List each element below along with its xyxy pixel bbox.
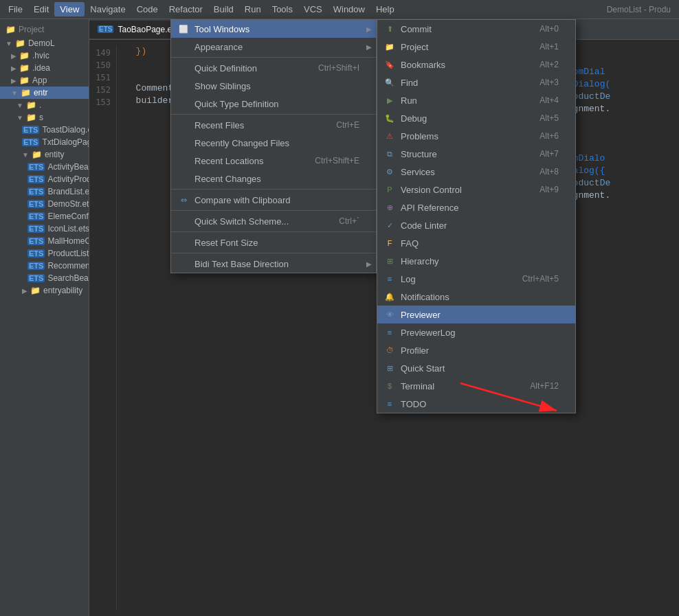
tree-item-productlist[interactable]: ETS ProductList.ets	[0, 247, 89, 260]
main-layout: 📁 Project ▼ 📁 DemoL ▶ 📁 .hvic ▶ 📁 .idea …	[0, 19, 679, 616]
tw-item-codelinter[interactable]: ✓ Code Linter	[377, 216, 575, 234]
folder-icon: 📁	[15, 38, 25, 48]
tree-item-entryability[interactable]: ▶ 📁 entryability	[0, 284, 89, 297]
menu-item-reset-font[interactable]: Reset Font Size	[171, 233, 376, 251]
menu-code[interactable]: Code	[131, 2, 164, 16]
expand-arrow: ▶	[22, 287, 27, 295]
tw-item-todo[interactable]: ≡ TODO	[377, 395, 575, 413]
menu-item-quick-type[interactable]: Quick Type Definition	[171, 95, 376, 113]
menu-build[interactable]: Build	[208, 2, 239, 16]
tree-item-recommendconfig[interactable]: ETS RecommendConfig.ets	[0, 260, 89, 272]
tw-item-log[interactable]: ≡ Log Ctrl+Alt+5	[377, 270, 575, 288]
line-number-150: 150	[89, 59, 111, 71]
tree-item-brandlist[interactable]: ETS BrandList.ets	[0, 185, 89, 198]
tw-item-run[interactable]: ▶ Run Alt+4	[377, 91, 575, 109]
file-icon: ETS	[27, 163, 45, 171]
menu-item-compare-clipboard[interactable]: ⇔ Compare with Clipboard	[171, 191, 376, 209]
tree-label: ProductList.ets	[47, 249, 89, 258]
shortcut-label: Ctrl+`	[322, 216, 359, 226]
shortcut-label: Alt+1	[523, 42, 559, 52]
menu-item-recently-changed[interactable]: Recently Changed Files	[171, 134, 376, 152]
tree-item-idea[interactable]: ▶ 📁 .idea	[0, 62, 89, 74]
tree-item-txtdialogpage[interactable]: ETS TxtDialogPage.ets	[0, 136, 89, 148]
tw-item-services[interactable]: ⚙ Services Alt+8	[377, 163, 575, 181]
tw-item-api[interactable]: ⊕ API Reference	[377, 198, 575, 216]
folder-icon: 📁	[30, 286, 41, 295]
tw-item-notifications[interactable]: 🔔 Notifications	[377, 288, 575, 306]
tree-item-iconlist[interactable]: ETS IconList.ets	[0, 223, 89, 235]
tw-item-quickstart[interactable]: ⊞ Quick Start	[377, 359, 575, 377]
tree-item-toastdialog[interactable]: ETS ToastDialog.ets	[0, 124, 89, 136]
tree-item-s[interactable]: ▼ 📁 s	[0, 111, 89, 124]
separator	[171, 114, 376, 115]
tree-item-elemeconfig[interactable]: ETS ElemeConfig.ets	[0, 210, 89, 223]
menu-item-tool-windows[interactable]: ⬜ Tool Windows ▶	[171, 20, 376, 38]
submenu-arrow: ▶	[366, 25, 372, 33]
app-title: DemoList - Produ	[607, 5, 676, 14]
tree-item-demolist[interactable]: ▼ 📁 DemoL	[0, 37, 89, 49]
tw-item-debug[interactable]: 🐛 Debug Alt+5	[377, 109, 575, 127]
tree-item-activitybean[interactable]: ETS ActivityBean.ets	[0, 161, 89, 173]
menu-window[interactable]: Window	[328, 2, 370, 16]
menu-navigate[interactable]: Navigate	[85, 2, 131, 16]
menu-item-appearance[interactable]: Appearance ▶	[171, 38, 376, 56]
services-icon: ⚙	[384, 166, 395, 177]
tw-item-commit[interactable]: ⬆ Commit Alt+0	[377, 20, 575, 38]
recentlychanged-icon	[178, 137, 189, 148]
menu-edit[interactable]: Edit	[28, 2, 54, 16]
submenu-arrow: ▶	[366, 260, 372, 268]
tree-label: s	[39, 113, 43, 122]
tree-item-mallhomeconfig[interactable]: ETS MallHomeConfig.ets	[0, 235, 89, 247]
folder-icon: 📁	[19, 76, 30, 85]
tw-item-vcs[interactable]: P Version Control Alt+9	[377, 181, 575, 198]
tw-item-previewer[interactable]: 👁 Previewer	[377, 306, 575, 323]
menu-help[interactable]: Help	[370, 2, 400, 16]
tree-item-dot[interactable]: ▼ 📁 .	[0, 99, 89, 111]
menu-item-label: Hierarchy	[401, 256, 439, 266]
menu-item-label: Commit	[401, 24, 432, 34]
menu-tools[interactable]: Tools	[267, 2, 298, 16]
menu-item-recent-files[interactable]: Recent Files Ctrl+E	[171, 116, 376, 134]
menu-item-label: Services	[401, 167, 435, 177]
tree-item-activityproduct[interactable]: ETS ActivityProduct.ets	[0, 173, 89, 185]
menu-bar: File Edit View Navigate Code Refactor Bu…	[0, 0, 679, 19]
menu-run[interactable]: Run	[239, 2, 267, 16]
menu-item-label: FAQ	[401, 238, 419, 249]
tree-label: entity	[45, 150, 65, 159]
menu-item-quick-def[interactable]: Quick Definition Ctrl+Shift+I	[171, 59, 376, 77]
separator	[171, 231, 376, 232]
menu-item-quick-switch[interactable]: Quick Switch Scheme... Ctrl+`	[171, 212, 376, 230]
menu-item-show-siblings[interactable]: Show Siblings	[171, 77, 376, 95]
tree-item-hvic[interactable]: ▶ 📁 .hvic	[0, 49, 89, 62]
tw-item-previewerlog[interactable]: ≡ PreviewerLog	[377, 323, 575, 341]
menu-item-label: Structure	[401, 149, 437, 159]
separator	[171, 57, 376, 58]
menu-refactor[interactable]: Refactor	[164, 2, 208, 16]
tree-item-entr[interactable]: ▼ 📁 entr	[0, 87, 89, 99]
menu-item-recent-changes[interactable]: Recent Changes	[171, 170, 376, 187]
tree-item-app[interactable]: ▶ 📁 App	[0, 74, 89, 87]
menu-file[interactable]: File	[3, 2, 28, 16]
api-icon: ⊕	[384, 202, 395, 213]
tw-item-project[interactable]: 📁 Project Alt+1	[377, 38, 575, 56]
tw-item-problems[interactable]: ⚠ Problems Alt+6	[377, 127, 575, 145]
menu-vcs[interactable]: VCS	[298, 2, 328, 16]
menu-view[interactable]: View	[54, 2, 85, 16]
tw-item-find[interactable]: 🔍 Find Alt+3	[377, 73, 575, 91]
menu-item-bidi[interactable]: Bidi Text Base Direction ▶	[171, 255, 376, 273]
tw-item-hierarchy[interactable]: ⊞ Hierarchy	[377, 252, 575, 270]
tree-item-demostr[interactable]: ETS DemoStr.ets	[0, 198, 89, 210]
tw-item-faq[interactable]: F FAQ	[377, 234, 575, 252]
tw-item-terminal[interactable]: $ Terminal Alt+F12	[377, 377, 575, 395]
tw-item-structure[interactable]: ⧉ Structure Alt+7	[377, 145, 575, 163]
tree-item-searchbean[interactable]: ETS SearchBean.ets	[0, 272, 89, 284]
project-icon: 📁	[384, 41, 395, 52]
sidebar-title: Project	[19, 25, 44, 34]
menu-item-recent-locations[interactable]: Recent Locations Ctrl+Shift+E	[171, 152, 376, 170]
expand-arrow: ▼	[16, 102, 23, 109]
tw-item-bookmarks[interactable]: 🔖 Bookmarks Alt+2	[377, 56, 575, 73]
tw-item-profiler[interactable]: ⏱ Profiler	[377, 341, 575, 359]
tree-label: ElemeConfig.ets	[47, 212, 89, 221]
tree-item-entity[interactable]: ▼ 📁 entity	[0, 148, 89, 161]
structure-icon: ⧉	[384, 148, 395, 159]
